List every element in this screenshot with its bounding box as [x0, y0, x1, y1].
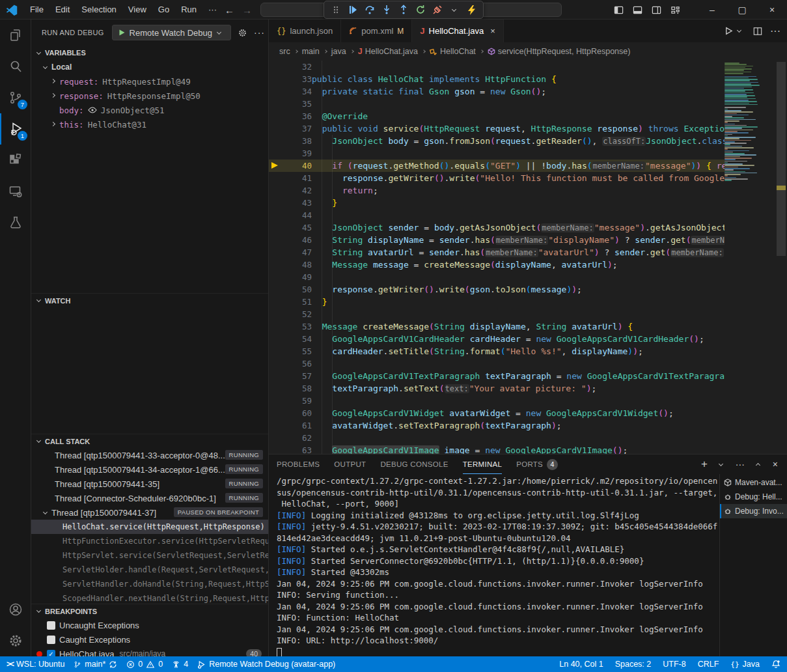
thread-row[interactable]: Thread [qtp1500079441-33-acceptor-0@48..… [31, 448, 268, 462]
tab-pom-xml[interactable]: pom.xmlM [341, 20, 412, 42]
gutter[interactable]: 43 [269, 197, 312, 209]
scope-local[interactable]: Local [31, 60, 268, 74]
restart-icon[interactable] [414, 3, 427, 16]
variable-this[interactable]: this:HelloChat@31 [31, 117, 268, 132]
terminal-output[interactable]: /grpc/grpc-context/1.27.2/grpc-context-1… [269, 474, 719, 656]
editor-scrollbar[interactable] [775, 61, 787, 454]
encoding[interactable]: UTF-8 [663, 660, 685, 669]
eol-sequence[interactable]: CRLF [698, 660, 719, 669]
step-out-icon[interactable] [397, 3, 410, 16]
accounts-icon[interactable] [0, 594, 31, 625]
breakpoint-file-row[interactable]: ✓ HelloChat.java src/main/java 40 [31, 647, 268, 656]
menu-run[interactable]: Run [175, 0, 202, 20]
thread-row[interactable]: Thread [qtp1500079441-37]PAUSED ON BREAK… [31, 505, 268, 520]
tab-launch-json[interactable]: {} launch.json [269, 20, 341, 42]
gutter[interactable]: 41 [269, 172, 312, 184]
terminal-item-maven[interactable]: Maven-avat... [720, 475, 787, 490]
run-file-icon[interactable] [725, 27, 745, 35]
gutter[interactable]: 45 [269, 221, 312, 234]
gutter[interactable]: 54 [269, 333, 312, 345]
testing-icon[interactable] [0, 207, 31, 238]
search-icon[interactable] [0, 51, 31, 82]
indentation[interactable]: Spaces: 2 [615, 660, 652, 669]
menu-file[interactable]: File [24, 0, 49, 20]
customize-layout-icon[interactable] [670, 5, 680, 15]
panel-more-actions-icon[interactable]: ··· [736, 459, 745, 469]
breadcrumb-java[interactable]: java [331, 47, 346, 56]
gutter[interactable]: 55 [269, 345, 312, 357]
minimap[interactable] [725, 61, 775, 454]
tab-terminal[interactable]: TERMINAL [463, 455, 503, 474]
editor-more-actions-icon[interactable]: ··· [770, 25, 780, 37]
disconnect-icon[interactable] [431, 3, 444, 16]
stack-frame-row[interactable]: HelloChat.service(HttpRequest,HttpRespon… [31, 520, 268, 534]
step-over-icon[interactable] [363, 3, 376, 16]
tab-ports[interactable]: PORTS4 [516, 455, 558, 474]
lazy-eval-eye-icon[interactable] [88, 107, 97, 113]
caught-exceptions-checkbox[interactable] [47, 636, 55, 644]
call-stack-header[interactable]: CALL STACK [31, 434, 268, 448]
toggle-panel-icon[interactable] [633, 5, 642, 15]
thread-row[interactable]: Thread [qtp1500079441-34-acceptor-1@66..… [31, 462, 268, 477]
uncaught-exceptions-checkbox[interactable] [47, 621, 55, 630]
close-tab-icon[interactable]: × [490, 26, 495, 36]
gutter[interactable]: 44 [269, 209, 312, 221]
close-panel-icon[interactable]: × [773, 459, 778, 469]
gutter[interactable]: 35 [269, 98, 312, 110]
gutter[interactable]: 32 [269, 61, 312, 73]
variable-body[interactable]: body: JsonObject@51 [31, 103, 268, 117]
thread-row[interactable]: Thread [Connector-Scheduler-6920b0bc-1]R… [31, 491, 268, 505]
gutter[interactable]: 51 [269, 296, 312, 308]
gutter[interactable]: 61 [269, 419, 312, 432]
gutter[interactable]: 56 [269, 357, 312, 370]
launch-config-dropdown[interactable]: Remote Watch Debug [112, 25, 231, 40]
breakpoints-header[interactable]: BREAKPOINTS [31, 604, 268, 618]
tab-hellochat-java[interactable]: J HelloChat.java× [412, 20, 503, 42]
stack-frame-row[interactable]: ServletHolder.handle(Request,ServletRequ… [31, 563, 268, 577]
maximize-button[interactable]: ▢ [727, 0, 757, 20]
terminal-profile-chevron-icon[interactable] [719, 461, 723, 466]
close-button[interactable]: × [757, 0, 787, 20]
new-terminal-icon[interactable]: + [701, 458, 708, 471]
gutter[interactable]: 38 [269, 135, 312, 147]
gutter[interactable]: 58 [269, 382, 312, 395]
breadcrumb-file[interactable]: JHelloChat.java [358, 47, 418, 56]
step-into-icon[interactable] [380, 3, 393, 16]
nav-forward-icon[interactable]: → [242, 5, 252, 16]
tab-output[interactable]: OUTPUT [334, 455, 366, 474]
stack-frame-row[interactable]: HttpServlet.service(ServletRequest,Servl… [31, 548, 268, 563]
gutter[interactable]: 39 [269, 147, 312, 160]
debug-dropdown-chevron-icon[interactable] [448, 3, 461, 16]
breadcrumb-method[interactable]: service(HttpRequest, HttpResponse) [488, 47, 631, 56]
stack-frame-row[interactable]: HttpFunctionExecutor.service(HttpServlet… [31, 534, 268, 548]
settings-gear-icon[interactable] [0, 625, 31, 656]
tab-debug-console[interactable]: DEBUG CONSOLE [380, 455, 448, 474]
menu-go[interactable]: Go [152, 0, 175, 20]
continue-icon[interactable] [346, 3, 359, 16]
gutter[interactable]: 34 [269, 85, 312, 98]
gutter[interactable]: 33 [269, 73, 312, 85]
thread-row[interactable]: Thread [qtp1500079441-35]RUNNING [31, 477, 268, 491]
variables-header[interactable]: VARIABLES [31, 46, 268, 60]
gutter[interactable]: 62 [269, 432, 312, 444]
gutter[interactable]: 63 [269, 444, 312, 454]
problems-indicator[interactable]: 0 0 [126, 660, 163, 669]
split-editor-icon[interactable] [753, 27, 762, 36]
language-mode[interactable]: {}Java [730, 660, 760, 669]
code-editor[interactable]: 3233public class HelloChat implements Ht… [269, 61, 787, 454]
configure-gear-icon[interactable] [238, 28, 247, 38]
scrollbar-slider[interactable] [777, 62, 786, 256]
watch-header[interactable]: WATCH [31, 293, 268, 307]
run-and-debug-icon[interactable]: 1 [0, 113, 31, 145]
gutter[interactable]: 47 [269, 246, 312, 259]
gutter[interactable]: 49 [269, 271, 312, 283]
menu-selection[interactable]: Selection [76, 0, 122, 20]
variable-request[interactable]: request:HttpRequestImpl@49 [31, 74, 268, 89]
remote-indicator[interactable]: ><WSL: Ubuntu [7, 660, 64, 669]
gutter[interactable]: 59 [269, 395, 312, 407]
minimize-button[interactable]: – [697, 0, 727, 20]
menu-edit[interactable]: Edit [49, 0, 76, 20]
debug-session-indicator[interactable]: Remote Watch Debug (avatar-app) [197, 660, 335, 669]
gutter[interactable]: 40 [269, 160, 312, 172]
hot-code-replace-icon[interactable] [465, 3, 478, 16]
